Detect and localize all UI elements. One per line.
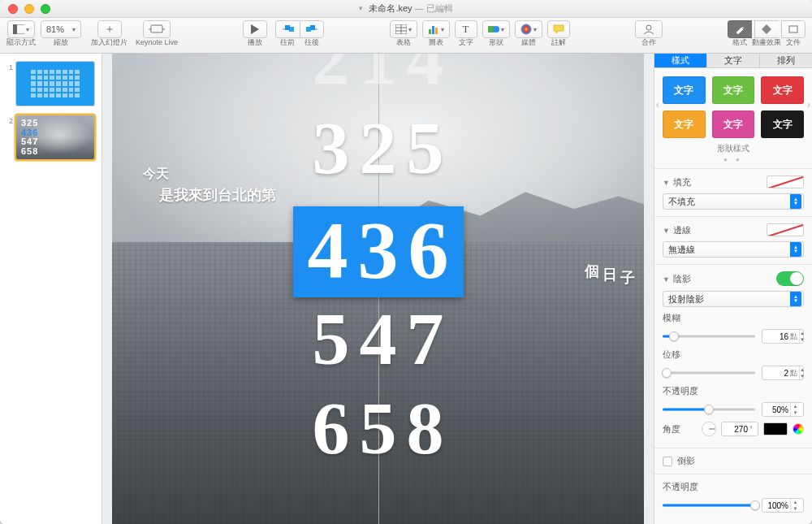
prev-build-button[interactable]	[275, 20, 300, 38]
insert-chart-button[interactable]: ▾	[422, 20, 450, 38]
minimize-icon[interactable]	[24, 4, 34, 14]
shadow-blur-field[interactable]: 點▲▼	[762, 329, 804, 344]
reflection-checkbox[interactable]	[663, 457, 672, 466]
next-build-label: 往後	[304, 39, 319, 46]
view-mode-label: 顯示方式	[6, 39, 36, 46]
shadow-toggle[interactable]	[776, 271, 804, 286]
slide-navigator[interactable]: 1 2 325 436 547 658	[0, 54, 102, 524]
slide-caption-line2[interactable]: 是我來到台北的第	[159, 185, 276, 205]
document-inspector-button[interactable]	[781, 20, 806, 38]
style-swatch-magenta[interactable]: 文字	[712, 110, 755, 138]
shadow-section: ▼陰影 投射陰影 ▲▼ 模糊 點▲▼ 位移 點▲▼ 不透明度	[654, 264, 812, 448]
animate-inspector-button[interactable]	[754, 20, 779, 38]
slide-number-ghost[interactable]: 214	[303, 54, 454, 96]
select-stepper-icon: ▲▼	[790, 242, 801, 257]
insert-comment-button[interactable]	[547, 20, 570, 38]
fill-type-value: 不填充	[668, 196, 695, 208]
disclosure-icon[interactable]: ▼	[663, 179, 670, 187]
slide-thumb-1[interactable]: 1	[6, 62, 95, 106]
next-build-button[interactable]	[300, 20, 324, 38]
view-mode-button[interactable]: ▾	[7, 20, 35, 38]
play-button[interactable]	[243, 20, 267, 38]
titlebar: ▾ 未命名.key — 已編輯	[0, 0, 812, 18]
slide-number-1[interactable]: 325	[303, 110, 454, 185]
inspector-tabs: 樣式 文字 排列	[654, 54, 812, 68]
shadow-preset-select[interactable]: 投射陰影 ▲▼	[663, 291, 804, 307]
title-proxy-icon[interactable]: ▾	[359, 4, 363, 12]
slide-caption-line1[interactable]: 今天	[143, 166, 169, 183]
svg-rect-6	[285, 25, 290, 30]
window-title: ▾ 未命名.key — 已編輯	[0, 2, 812, 15]
slide-number-3[interactable]: 547	[303, 301, 454, 376]
insert-media-button[interactable]: ▾	[515, 20, 542, 38]
shadow-opacity-slider[interactable]	[663, 404, 755, 415]
svg-point-17	[493, 26, 499, 32]
app-window: ▾ 未命名.key — 已編輯 ▾ 顯示方式 81%▾ 縮放 ＋	[0, 0, 812, 524]
fill-title: 填充	[673, 177, 691, 187]
document-inspector-label: 文件	[786, 39, 801, 46]
select-stepper-icon: ▲▼	[790, 194, 801, 209]
fill-type-select[interactable]: 不填充 ▲▼	[663, 193, 804, 210]
slide-caption-line3[interactable]: 個 日 子	[585, 262, 635, 281]
tab-style[interactable]: 樣式	[654, 54, 706, 68]
fill-color-well[interactable]	[767, 175, 804, 188]
tab-arrange[interactable]: 排列	[759, 54, 812, 68]
insert-media-label: 媒體	[521, 39, 536, 46]
shadow-angle-dial[interactable]	[702, 422, 716, 436]
slide-number-highlight-box[interactable]: 436	[293, 206, 464, 297]
shadow-opacity-label: 不透明度	[663, 385, 804, 397]
select-stepper-icon: ▲▼	[790, 292, 801, 306]
add-slide-button[interactable]: ＋	[97, 20, 122, 38]
prev-build-label: 往前	[280, 39, 295, 46]
style-swatch-black[interactable]: 文字	[761, 110, 804, 138]
style-swatch-orange[interactable]: 文字	[663, 110, 706, 138]
color-picker-icon[interactable]	[793, 423, 804, 435]
close-icon[interactable]	[8, 4, 18, 14]
slide-canvas[interactable]: 214 325 436 547 658 今天 是我來到台北的第 個 日 子	[102, 54, 654, 524]
slide-thumb-2[interactable]: 2 325 436 547 658	[6, 115, 95, 159]
main-area: 1 2 325 436 547 658	[0, 54, 812, 524]
insert-shape-label: 形狀	[489, 39, 503, 46]
slide-thumbnail[interactable]	[16, 62, 94, 106]
opacity-field[interactable]: ▲▼	[762, 498, 804, 513]
border-type-select[interactable]: 無邊線 ▲▼	[663, 241, 804, 258]
shadow-angle-field[interactable]: °	[721, 422, 758, 436]
insert-table-label: 表格	[396, 39, 411, 46]
opacity-slider[interactable]	[663, 500, 755, 511]
border-title: 邊線	[673, 225, 691, 235]
disclosure-icon[interactable]: ▼	[663, 275, 670, 284]
insert-shape-button[interactable]: ▾	[482, 20, 510, 38]
add-slide-label: 加入幻燈片	[91, 39, 127, 46]
shadow-blur-label: 模糊	[663, 312, 804, 324]
slide-number-2[interactable]: 436	[298, 210, 459, 291]
animate-inspector-label: 動畫效果	[752, 39, 781, 46]
insert-text-button[interactable]: T	[455, 20, 477, 38]
shadow-offset-slider[interactable]	[663, 367, 755, 379]
collaborate-button[interactable]	[635, 20, 663, 38]
border-style-well[interactable]	[767, 223, 804, 236]
disclosure-icon[interactable]: ▼	[663, 227, 670, 235]
border-type-value: 無邊線	[668, 244, 695, 256]
slide-thumbnail[interactable]: 325 436 547 658	[16, 115, 94, 159]
slide[interactable]: 214 325 436 547 658 今天 是我來到台北的第 個 日 子	[112, 54, 644, 524]
style-swatch-red[interactable]: 文字	[761, 76, 804, 104]
collaborate-label: 合作	[641, 39, 656, 46]
svg-point-20	[646, 25, 651, 30]
format-inspector-button[interactable]	[728, 20, 752, 38]
insert-table-button[interactable]: ▾	[390, 20, 417, 38]
svg-rect-15	[435, 28, 438, 34]
play-label: 播放	[248, 39, 262, 46]
tab-text[interactable]: 文字	[706, 54, 759, 68]
shadow-color-well[interactable]	[763, 422, 788, 435]
window-controls	[8, 4, 50, 14]
shadow-offset-field[interactable]: 點▲▼	[762, 366, 804, 380]
style-page-dots[interactable]: ● ●	[654, 156, 812, 168]
shadow-blur-slider[interactable]	[663, 331, 755, 342]
shadow-opacity-field[interactable]: ▲▼	[762, 402, 804, 417]
zoom-icon[interactable]	[41, 4, 50, 14]
zoom-button[interactable]: 81%▾	[41, 20, 81, 38]
style-swatch-blue[interactable]: 文字	[663, 76, 706, 104]
slide-number-4[interactable]: 658	[303, 391, 454, 466]
keynote-live-button[interactable]	[143, 20, 171, 38]
style-swatch-green[interactable]: 文字	[712, 76, 755, 104]
